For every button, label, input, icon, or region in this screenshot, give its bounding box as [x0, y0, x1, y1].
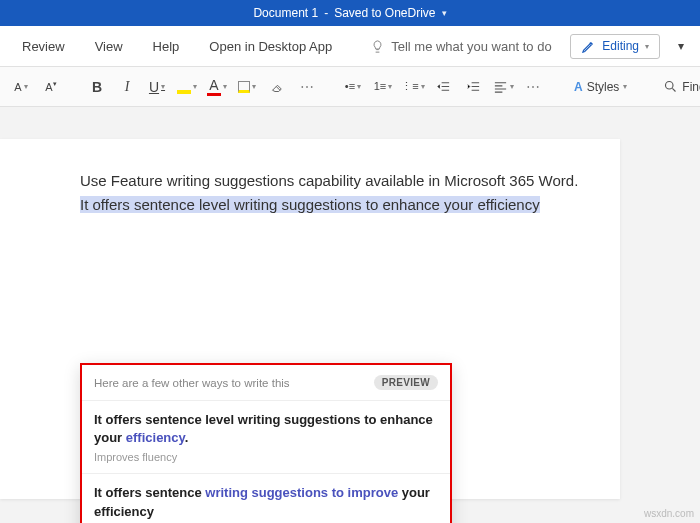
- save-status[interactable]: Saved to OneDrive: [334, 6, 435, 20]
- formatting-toolbar: A A▾ B I U A ⋯ •≡ 1≡ ⋮≡ ⋯ A Styles ▾ Fin…: [0, 67, 700, 107]
- numbering-button[interactable]: 1≡: [370, 74, 396, 100]
- suggestion-item[interactable]: It offers sentence level writing suggest…: [82, 400, 450, 473]
- more-para-button[interactable]: ⋯: [520, 74, 546, 100]
- indent-icon: [466, 79, 481, 94]
- preview-badge: PREVIEW: [374, 375, 438, 390]
- chevron-down-icon: ▾: [645, 42, 649, 51]
- document-text[interactable]: Use Feature writing suggestions capabili…: [80, 169, 590, 217]
- writing-suggestions-panel: Here are a few other ways to write this …: [80, 363, 452, 523]
- font-size-dropdown[interactable]: A: [8, 74, 34, 100]
- svg-point-0: [666, 82, 674, 90]
- open-desktop-button[interactable]: Open in Desktop App: [195, 33, 346, 60]
- selected-text: It offers sentence level writing suggest…: [80, 196, 540, 213]
- styles-dropdown[interactable]: A Styles ▾: [566, 80, 635, 94]
- tab-help[interactable]: Help: [139, 33, 194, 60]
- menu-bar: Review View Help Open in Desktop App Tel…: [0, 26, 700, 67]
- chevron-down-icon: ▾: [678, 39, 684, 53]
- watermark: wsxdn.com: [644, 508, 694, 519]
- text-run: Use Feature writing suggestions capabili…: [80, 172, 578, 189]
- pencil-icon: [581, 39, 596, 54]
- font-color-button[interactable]: A: [204, 74, 230, 100]
- outdent-button[interactable]: [430, 74, 456, 100]
- decrease-font-button[interactable]: A▾: [38, 74, 64, 100]
- suggestions-header: Here are a few other ways to write this …: [82, 365, 450, 400]
- suggestion-hint: Improves fluency: [94, 451, 438, 463]
- underline-button[interactable]: U: [144, 74, 170, 100]
- outdent-icon: [436, 79, 451, 94]
- bold-button[interactable]: B: [84, 74, 110, 100]
- canvas: Use Feature writing suggestions capabili…: [0, 107, 700, 523]
- find-dropdown[interactable]: Find ▾: [655, 79, 700, 94]
- clear-format-button[interactable]: [264, 74, 290, 100]
- search-icon: [663, 79, 678, 94]
- title-bar: Document 1 - Saved to OneDrive ▾: [0, 0, 700, 26]
- more-font-button[interactable]: ⋯: [294, 74, 320, 100]
- ribbon-overflow-button[interactable]: ▾: [670, 35, 692, 57]
- title-sep: -: [324, 6, 328, 20]
- indent-button[interactable]: [460, 74, 486, 100]
- lightbulb-icon: [370, 39, 385, 54]
- italic-button[interactable]: I: [114, 74, 140, 100]
- paint-bucket-icon: [238, 81, 250, 93]
- multilevel-icon: ⋮≡: [401, 81, 418, 92]
- doc-title: Document 1: [253, 6, 318, 20]
- shading-button[interactable]: [234, 74, 260, 100]
- numbering-icon: 1≡: [374, 81, 387, 92]
- chevron-down-icon[interactable]: ▾: [442, 8, 447, 18]
- tell-me-label: Tell me what you want to do: [391, 39, 551, 54]
- align-button[interactable]: [490, 74, 516, 100]
- bullets-icon: •≡: [345, 81, 355, 92]
- align-left-icon: [493, 79, 508, 94]
- tab-view[interactable]: View: [81, 33, 137, 60]
- tab-review[interactable]: Review: [8, 33, 79, 60]
- editing-mode-button[interactable]: Editing ▾: [570, 34, 660, 59]
- eraser-icon: [270, 79, 285, 94]
- highlight-icon: [177, 80, 191, 94]
- bullets-button[interactable]: •≡: [340, 74, 366, 100]
- highlight-button[interactable]: [174, 74, 200, 100]
- multilevel-button[interactable]: ⋮≡: [400, 74, 426, 100]
- suggestion-item[interactable]: It offers sentence writing suggestions t…: [82, 473, 450, 523]
- tell-me-search[interactable]: Tell me what you want to do: [360, 33, 561, 60]
- chevron-down-icon: ▾: [623, 82, 627, 91]
- font-color-icon: A: [207, 77, 220, 96]
